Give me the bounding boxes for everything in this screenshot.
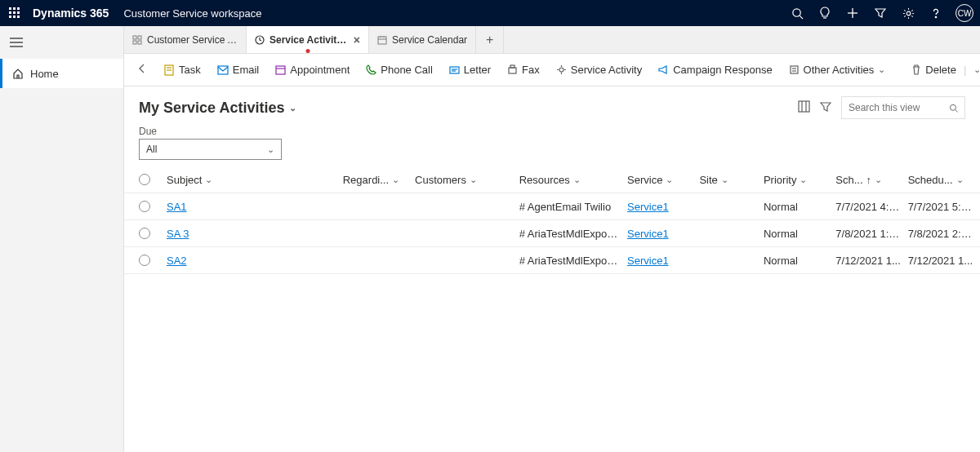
column-sched-start[interactable]: Sch... ↑ ⌄ xyxy=(835,174,907,186)
chevron-down-icon: ⌄ xyxy=(878,64,885,75)
svg-rect-34 xyxy=(450,67,459,73)
cell-resources: # AgentEmail Twilio xyxy=(519,201,627,213)
app-launcher-icon[interactable] xyxy=(7,5,23,21)
svg-rect-31 xyxy=(218,66,228,74)
svg-rect-5 xyxy=(17,11,20,14)
service-link[interactable]: Service1 xyxy=(627,201,669,213)
service-activity-button[interactable]: Service Activity xyxy=(550,60,648,79)
column-regarding[interactable]: Regardi... ⌄ xyxy=(343,174,415,186)
subject-link[interactable]: SA2 xyxy=(167,255,187,267)
tab-label: Customer Service A... xyxy=(147,34,238,46)
chevron-down-icon: ⌄ xyxy=(267,144,274,155)
appointment-button[interactable]: Appointment xyxy=(269,60,356,79)
svg-rect-6 xyxy=(9,16,11,18)
svg-rect-22 xyxy=(138,41,141,44)
due-filter-label: Due xyxy=(139,126,965,137)
email-icon xyxy=(217,65,229,75)
cell-resources: # AriaTestMdlExporter xyxy=(519,255,627,267)
phone-call-button[interactable]: Phone Call xyxy=(359,60,439,79)
phone-icon xyxy=(366,64,376,75)
view-title[interactable]: My Service Activities⌄ xyxy=(139,100,296,117)
tab-label: Service Activities My Ser... xyxy=(270,34,349,46)
svg-point-39 xyxy=(559,68,564,72)
svg-rect-8 xyxy=(17,16,20,18)
filter-icon[interactable] xyxy=(820,101,831,115)
column-priority[interactable]: Priority ⌄ xyxy=(764,174,835,186)
lightbulb-icon[interactable] xyxy=(817,5,833,21)
service-link[interactable]: Service1 xyxy=(627,255,669,267)
add-icon[interactable] xyxy=(844,5,861,21)
svg-rect-0 xyxy=(9,7,11,10)
cell-sched-start: 7/7/2021 4:4... xyxy=(835,201,907,213)
chevron-down-icon: ⌄ xyxy=(956,175,964,185)
cell-sched-end: 7/12/2021 1... xyxy=(908,255,980,267)
column-customers[interactable]: Customers ⌄ xyxy=(415,174,519,186)
chevron-down-icon[interactable]: ⌄ xyxy=(973,64,980,75)
svg-line-10 xyxy=(800,16,803,19)
column-service[interactable]: Service ⌄ xyxy=(627,174,699,186)
subject-link[interactable]: SA 3 xyxy=(167,228,189,240)
chevron-down-icon: ⌄ xyxy=(470,175,477,185)
appointment-icon xyxy=(275,64,286,75)
sidebar-item-home[interactable]: Home xyxy=(0,59,123,88)
svg-rect-32 xyxy=(276,66,285,74)
avatar-initials: CW xyxy=(958,9,972,18)
cell-sched-start: 7/12/2021 1... xyxy=(835,255,907,267)
back-button[interactable] xyxy=(131,64,154,76)
grid-row[interactable]: SA 3 # AriaTestMdlExporter Service1 Norm… xyxy=(124,220,980,247)
select-all-checkbox[interactable] xyxy=(139,174,150,185)
filter-icon[interactable] xyxy=(872,5,889,21)
search-view-input[interactable] xyxy=(849,102,944,113)
service-link[interactable]: Service1 xyxy=(627,228,669,240)
grid-row[interactable]: SA1 # AgentEmail Twilio Service1 Normal … xyxy=(124,193,980,220)
sidebar-item-label: Home xyxy=(30,68,59,80)
cell-priority: Normal xyxy=(764,228,835,240)
row-checkbox[interactable] xyxy=(139,201,150,212)
chevron-down-icon: ⌄ xyxy=(800,175,807,185)
campaign-response-button[interactable]: Campaign Response xyxy=(652,60,778,79)
svg-rect-24 xyxy=(378,37,386,44)
tab-service-activities[interactable]: Service Activities My Ser... × xyxy=(247,26,369,53)
hamburger-icon[interactable] xyxy=(0,26,123,59)
tab-customer-service[interactable]: Customer Service A... xyxy=(124,26,247,53)
tab-service-calendar[interactable]: Service Calendar xyxy=(369,26,476,53)
new-tab-button[interactable]: + xyxy=(476,26,504,53)
row-checkbox[interactable] xyxy=(139,255,150,266)
search-icon[interactable] xyxy=(789,5,805,21)
svg-rect-43 xyxy=(799,101,809,112)
row-checkbox[interactable] xyxy=(139,228,150,239)
activities-grid: Subject ⌄ Regardi... ⌄ Customers ⌄ Resou… xyxy=(124,166,980,452)
workspace-name: Customer Service workspace xyxy=(123,7,261,20)
help-icon[interactable] xyxy=(928,5,944,21)
email-button[interactable]: Email xyxy=(211,60,266,79)
settings-icon[interactable] xyxy=(900,5,916,21)
clock-icon xyxy=(255,35,265,45)
service-icon xyxy=(556,64,567,75)
svg-rect-1 xyxy=(13,7,16,10)
letter-button[interactable]: Letter xyxy=(443,60,497,79)
search-icon[interactable] xyxy=(949,103,958,113)
column-sched-end[interactable]: Schedu... ⌄ xyxy=(908,174,980,186)
svg-point-15 xyxy=(935,16,936,17)
column-resources[interactable]: Resources ⌄ xyxy=(519,174,627,186)
user-avatar[interactable]: CW xyxy=(956,4,973,22)
column-site[interactable]: Site ⌄ xyxy=(699,174,764,186)
edit-columns-icon[interactable] xyxy=(798,100,810,115)
svg-rect-37 xyxy=(509,68,516,73)
subject-link[interactable]: SA1 xyxy=(167,201,187,213)
task-button[interactable]: Task xyxy=(157,60,207,79)
svg-rect-7 xyxy=(13,16,16,18)
due-filter-select[interactable]: All ⌄ xyxy=(139,139,282,160)
column-subject[interactable]: Subject ⌄ xyxy=(167,174,343,186)
close-tab-icon[interactable]: × xyxy=(354,33,360,47)
svg-rect-38 xyxy=(510,65,514,68)
fax-button[interactable]: Fax xyxy=(501,60,546,79)
svg-point-9 xyxy=(792,8,800,16)
delete-button[interactable]: Delete|⌄ xyxy=(905,60,980,79)
other-activities-button[interactable]: Other Activities⌄ xyxy=(782,60,893,79)
svg-rect-4 xyxy=(13,11,16,14)
grid-row[interactable]: SA2 # AriaTestMdlExporter Service1 Norma… xyxy=(124,247,980,274)
cell-sched-end: 7/8/2021 2:3... xyxy=(908,228,980,240)
commandbar: Task Email Appointment Phone Call Letter… xyxy=(124,54,980,86)
brand-title[interactable]: Dynamics 365 xyxy=(33,7,109,20)
